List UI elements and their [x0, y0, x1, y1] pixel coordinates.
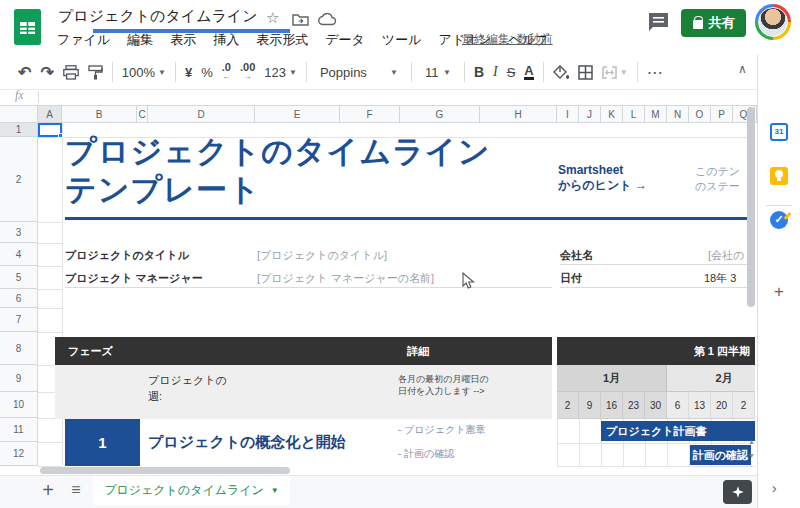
- col-header-J[interactable]: J: [579, 105, 601, 123]
- col-header-O[interactable]: O: [689, 105, 711, 123]
- date-cell[interactable]: 2: [733, 391, 755, 419]
- menu-insert[interactable]: 挿入: [213, 31, 239, 49]
- date-cell[interactable]: 30: [645, 391, 667, 419]
- merge-cells-button[interactable]: ▼: [602, 66, 628, 79]
- col-header-D[interactable]: D: [148, 105, 255, 123]
- col-header-K[interactable]: K: [601, 105, 623, 123]
- col-header-M[interactable]: M: [645, 105, 667, 123]
- col-header-A[interactable]: A: [38, 105, 62, 123]
- font-family-select[interactable]: Poppins▼: [316, 65, 402, 80]
- more-tools-button[interactable]: ⋯: [647, 63, 664, 82]
- project-manager-placeholder[interactable]: [プロジェクト マネージャーの名前]: [257, 271, 434, 286]
- month-header-february[interactable]: 2月: [667, 365, 755, 391]
- calendar-icon[interactable]: 31: [770, 123, 788, 141]
- date-label[interactable]: 日付: [560, 271, 582, 286]
- sheets-logo-icon[interactable]: [14, 9, 41, 45]
- paint-format-button[interactable]: [88, 65, 103, 80]
- get-addons-button[interactable]: +: [770, 283, 788, 301]
- menu-data[interactable]: データ: [325, 31, 365, 49]
- detail-item-plan-review[interactable]: - 計画の確認: [398, 447, 454, 461]
- keep-icon[interactable]: [770, 167, 788, 185]
- scroll-down-arrow[interactable]: ▼: [748, 452, 755, 459]
- gantt-bar-project-plan[interactable]: プロジェクト計画書: [601, 421, 755, 441]
- increase-decimal-button[interactable]: .00→: [240, 63, 255, 81]
- phase-number-cell[interactable]: 1: [65, 419, 140, 466]
- comment-history-icon[interactable]: [647, 12, 670, 33]
- font-size-select[interactable]: 11▼: [421, 65, 455, 80]
- table-header-quarter[interactable]: 第 1 四半期: [557, 337, 755, 365]
- strikethrough-button[interactable]: S: [507, 65, 516, 80]
- col-header-P[interactable]: P: [711, 105, 733, 123]
- col-header-H[interactable]: H: [480, 105, 557, 123]
- date-cell[interactable]: 23: [623, 391, 645, 419]
- borders-button[interactable]: [578, 65, 593, 80]
- all-sheets-menu-button[interactable]: ≡: [64, 476, 88, 505]
- detail-item-charter[interactable]: - プロジェクト憲章: [398, 423, 486, 437]
- date-cell[interactable]: 20: [711, 391, 733, 419]
- row-header-6[interactable]: 6: [0, 289, 38, 308]
- selection-fill-handle[interactable]: [58, 133, 63, 138]
- horizontal-scrollbar-thumb[interactable]: [40, 467, 290, 474]
- text-color-button[interactable]: A: [524, 64, 533, 80]
- star-icon[interactable]: ☆: [266, 9, 279, 27]
- date-cell[interactable]: 9: [579, 391, 601, 419]
- date-cell[interactable]: 6: [667, 391, 689, 419]
- gantt-bar-plan-review[interactable]: 計画の確認: [690, 445, 751, 465]
- decrease-decimal-button[interactable]: .0←: [222, 63, 231, 81]
- number-format-menu[interactable]: 123▼: [264, 65, 297, 80]
- phase-name-cell[interactable]: プロジェクトの概念化と開始: [148, 433, 346, 452]
- row-header-4[interactable]: 4: [0, 243, 38, 266]
- menu-format[interactable]: 表示形式: [256, 31, 308, 49]
- cloud-saved-icon[interactable]: [318, 13, 337, 26]
- date-cell[interactable]: 13: [689, 391, 711, 419]
- scroll-up-arrow[interactable]: ▲: [748, 438, 755, 445]
- select-all-corner[interactable]: [0, 105, 38, 123]
- menu-edit[interactable]: 編集: [127, 31, 153, 49]
- row-header-11[interactable]: 11: [0, 418, 38, 442]
- collapse-panel-chevron[interactable]: ›: [772, 480, 777, 496]
- project-title-label[interactable]: プロジェクトのタイトル: [65, 248, 189, 263]
- sheet-tab-menu-icon[interactable]: ▼: [271, 486, 279, 495]
- col-header-B[interactable]: B: [62, 105, 137, 123]
- explore-button[interactable]: [723, 480, 752, 504]
- sheet-main-title-cell[interactable]: プロジェクトのタイムライン テンプレート: [65, 133, 490, 209]
- add-sheet-button[interactable]: +: [36, 476, 60, 505]
- week-band[interactable]: プロジェクトの 週: 各月の最初の月曜日の 日付を入力します -->: [55, 365, 552, 419]
- menu-file[interactable]: ファイル: [57, 31, 110, 49]
- date-cell[interactable]: 16: [601, 391, 623, 419]
- bold-button[interactable]: B: [474, 64, 484, 80]
- row-header-12[interactable]: 12: [0, 442, 38, 466]
- col-header-G[interactable]: G: [400, 105, 480, 123]
- date-cell[interactable]: 2: [557, 391, 579, 419]
- format-percent-button[interactable]: %: [201, 65, 213, 80]
- tasks-icon[interactable]: ✓: [770, 211, 788, 229]
- col-header-L[interactable]: L: [623, 105, 645, 123]
- menu-view[interactable]: 表示: [170, 31, 196, 49]
- project-manager-label[interactable]: プロジェクト マネージャー: [65, 271, 203, 286]
- table-header-left[interactable]: フェーズ 詳細: [55, 337, 552, 365]
- document-title[interactable]: プロジェクトのタイムライン: [58, 7, 258, 26]
- vertical-scrollbar-thumb[interactable]: [747, 107, 755, 307]
- row-header-8[interactable]: 8: [0, 332, 38, 365]
- fill-color-button[interactable]: [553, 65, 569, 80]
- month-header-january[interactable]: 1月: [557, 365, 667, 391]
- col-header-I[interactable]: I: [557, 105, 579, 123]
- zoom-select[interactable]: 100%▼: [122, 65, 166, 80]
- col-header-E[interactable]: E: [255, 105, 340, 123]
- row-header-2[interactable]: 2: [0, 137, 38, 222]
- menu-tools[interactable]: ツール: [382, 31, 422, 49]
- account-avatar[interactable]: [755, 4, 791, 40]
- smartsheet-hint-cell[interactable]: Smartsheet からのヒント →: [558, 163, 647, 193]
- print-button[interactable]: [63, 65, 79, 80]
- row-header-9[interactable]: 9: [0, 365, 38, 392]
- active-sheet-tab[interactable]: プロジェクトのタイムライン ▼: [93, 476, 290, 505]
- format-currency-button[interactable]: ¥: [185, 65, 192, 80]
- last-edited-link[interactable]: 最終編集: 数秒前: [462, 31, 553, 48]
- row-header-7[interactable]: 7: [0, 308, 38, 332]
- collapse-toolbar-button[interactable]: ∧: [738, 62, 747, 76]
- redo-button[interactable]: ↷: [40, 63, 53, 82]
- company-name-label[interactable]: 会社名: [560, 248, 593, 263]
- col-header-F[interactable]: F: [340, 105, 400, 123]
- row-header-1[interactable]: 1: [0, 123, 38, 137]
- hint-paragraph-cell[interactable]: このテン のステー: [695, 164, 755, 194]
